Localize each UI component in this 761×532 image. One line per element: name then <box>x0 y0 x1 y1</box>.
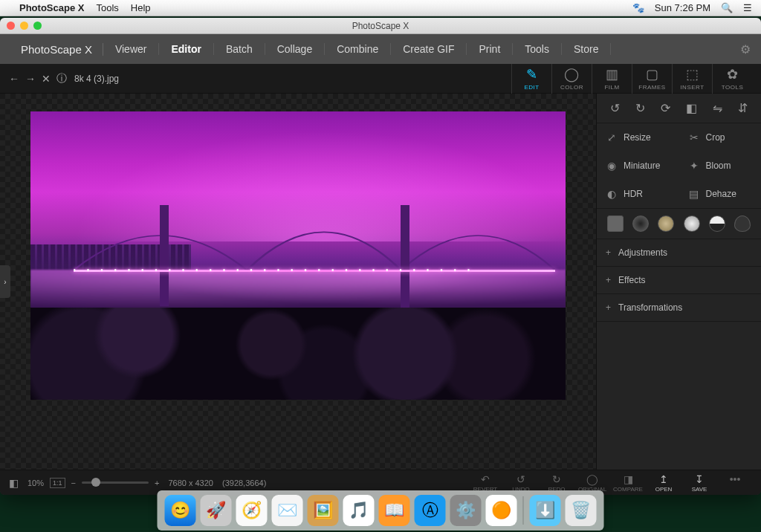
tool-hdr[interactable]: ◐HDR <box>597 180 679 208</box>
revert-button[interactable]: ↶REVERT <box>468 473 502 493</box>
plus-icon: + <box>606 275 611 285</box>
miniature-icon: ◉ <box>606 160 618 172</box>
dock-trash[interactable]: 🗑️ <box>566 495 597 526</box>
compare-icon: ◨ <box>624 473 633 485</box>
color-icon: ◯ <box>564 66 580 82</box>
section-transformations[interactable]: +Transformations <box>597 294 761 322</box>
filter-preset-6[interactable] <box>734 215 751 232</box>
zoom-in-button[interactable]: + <box>155 479 159 487</box>
section-effects[interactable]: +Effects <box>597 267 761 294</box>
save-button[interactable]: ↧SAVE <box>682 473 716 493</box>
tab-viewer[interactable]: Viewer <box>103 43 160 55</box>
rotate-angle-icon[interactable]: ⟳ <box>661 101 670 115</box>
tool-resize[interactable]: ⤢Resize <box>597 123 679 152</box>
mode-edit[interactable]: ✎EDIT <box>511 64 551 94</box>
flip-h-icon[interactable]: ⇋ <box>713 101 722 115</box>
dock-downloads[interactable]: ⬇️ <box>530 495 561 526</box>
nav-back-icon[interactable]: ← <box>9 73 19 85</box>
filter-preset-5[interactable] <box>709 215 725 232</box>
menubar-script-icon[interactable]: 🐾 <box>632 2 644 13</box>
filter-preset-4[interactable] <box>684 215 700 232</box>
tool-miniature[interactable]: ◉Miniature <box>597 152 679 180</box>
canvas-area[interactable]: › <box>0 94 596 470</box>
filter-preset-3[interactable] <box>658 215 674 232</box>
window-titlebar: PhotoScape X <box>0 18 761 34</box>
menubar-tools[interactable]: Tools <box>96 2 118 13</box>
section-adjustments[interactable]: +Adjustments <box>597 239 761 267</box>
settings-gear-icon[interactable]: ⚙ <box>740 42 751 56</box>
edit-icon: ✎ <box>526 66 538 82</box>
insert-icon: ⬚ <box>686 66 699 82</box>
close-file-icon[interactable]: ✕ <box>42 73 51 85</box>
revert-icon: ↶ <box>481 473 490 485</box>
straighten-icon[interactable]: ◧ <box>686 101 697 115</box>
more-icon: ••• <box>730 473 741 485</box>
app-window: PhotoScape X PhotoScape X Viewer Editor … <box>0 18 761 495</box>
dock-mail[interactable]: ✉️ <box>272 495 303 526</box>
menubar-list-icon[interactable]: ☰ <box>743 2 752 13</box>
redo-icon: ↻ <box>552 473 561 485</box>
dock-appstore[interactable]: Ⓐ <box>415 495 446 526</box>
compare-button[interactable]: ◨COMPARE <box>611 473 645 493</box>
tab-print[interactable]: Print <box>467 43 513 55</box>
more-button[interactable]: ••• <box>718 473 752 493</box>
tool-bloom[interactable]: ✦Bloom <box>679 152 762 180</box>
window-title: PhotoScape X <box>0 21 761 31</box>
flip-v-icon[interactable]: ⇵ <box>738 101 748 115</box>
tab-tools[interactable]: Tools <box>513 43 562 55</box>
mode-color[interactable]: ◯COLOR <box>551 64 592 94</box>
mode-film[interactable]: ▥FILM <box>592 64 632 94</box>
cursor-coords: (3928,3664) <box>222 479 266 487</box>
app-brand: PhotoScape X <box>10 43 103 56</box>
compare-toggle-icon[interactable]: ◧ <box>9 477 19 489</box>
tab-collage[interactable]: Collage <box>265 43 325 55</box>
mode-frames[interactable]: ▢FRAMES <box>632 64 672 94</box>
dock-safari[interactable]: 🧭 <box>236 495 268 526</box>
spotlight-icon[interactable]: 🔍 <box>721 2 733 13</box>
zoom-out-button[interactable]: − <box>71 479 76 487</box>
plus-icon: + <box>606 302 611 313</box>
undo-button[interactable]: ↺UNDO <box>504 473 538 493</box>
original-button[interactable]: ◯ORIGINAL <box>575 473 609 493</box>
tool-dehaze[interactable]: ▤Dehaze <box>679 180 762 208</box>
rotate-right-icon[interactable]: ↻ <box>635 101 645 115</box>
filter-preset-1[interactable] <box>607 215 624 232</box>
zoom-slider[interactable] <box>82 481 149 484</box>
redo-button[interactable]: ↻REDO <box>540 473 574 493</box>
dock-ibooks[interactable]: 📖 <box>379 495 410 526</box>
open-button[interactable]: ↥OPEN <box>647 473 681 493</box>
dock-itunes[interactable]: 🎵 <box>343 495 375 526</box>
tool-crop[interactable]: ✂Crop <box>679 123 762 152</box>
original-icon: ◯ <box>586 473 598 485</box>
editor-toolbar: ← → ✕ ⓘ 8k 4 (3).jpg ✎EDIT ◯COLOR ▥FILM … <box>0 64 761 94</box>
zoom-fit-button[interactable]: 1:1 <box>50 478 65 488</box>
macos-dock: 😊 🚀 🧭 ✉️ 🖼️ 🎵 📖 Ⓐ ⚙️ 🟠 ⬇️ 🗑️ <box>158 490 604 531</box>
dock-preview[interactable]: 🖼️ <box>308 495 339 526</box>
menubar-app[interactable]: PhotoScape X <box>19 2 84 13</box>
mode-insert[interactable]: ⬚INSERT <box>672 64 712 94</box>
info-icon[interactable]: ⓘ <box>56 72 67 85</box>
rotate-left-icon[interactable]: ↺ <box>610 101 620 115</box>
zoom-percent[interactable]: 10% <box>27 479 44 487</box>
tab-batch[interactable]: Batch <box>214 43 265 55</box>
image-canvas[interactable] <box>30 111 566 400</box>
dock-launchpad[interactable]: 🚀 <box>201 495 232 526</box>
dock-photoscape[interactable]: 🟠 <box>486 495 517 526</box>
workspace: › ↺ <box>0 94 761 470</box>
nav-forward-icon[interactable]: → <box>25 73 36 85</box>
undo-icon: ↺ <box>516 473 525 485</box>
dock-prefs[interactable]: ⚙️ <box>450 495 482 526</box>
edit-sidepanel: ↺ ↻ ⟳ ◧ ⇋ ⇵ ⤢Resize ✂Crop ◉Miniature ✦Bl… <box>596 94 761 470</box>
save-icon: ↧ <box>695 473 704 485</box>
open-icon: ↥ <box>659 473 668 485</box>
tab-combine[interactable]: Combine <box>325 43 391 55</box>
tab-store[interactable]: Store <box>562 43 611 55</box>
filter-preset-2[interactable] <box>632 215 649 232</box>
main-tabbar: PhotoScape X Viewer Editor Batch Collage… <box>0 34 761 64</box>
panel-expand-handle[interactable]: › <box>0 265 10 298</box>
menubar-help[interactable]: Help <box>131 2 151 13</box>
mode-tools[interactable]: ✿TOOLS <box>712 64 752 94</box>
tab-editor[interactable]: Editor <box>159 43 213 55</box>
tab-create-gif[interactable]: Create GIF <box>391 43 467 55</box>
dock-finder[interactable]: 😊 <box>165 495 196 526</box>
